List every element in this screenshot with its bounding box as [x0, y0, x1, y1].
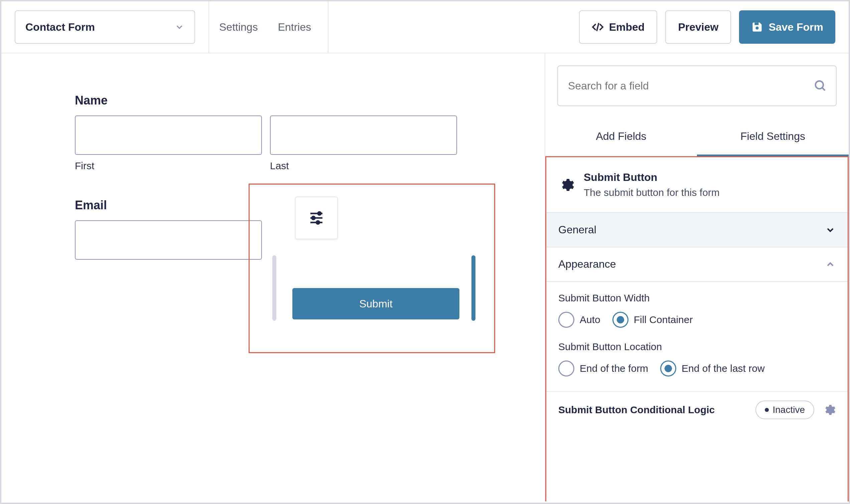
radio-width-fill[interactable]: Fill Container [612, 312, 693, 328]
save-label: Save Form [768, 21, 823, 33]
radio-width-auto[interactable]: Auto [558, 312, 601, 328]
preview-button[interactable]: Preview [665, 10, 731, 44]
radio-label: End of the last row [682, 363, 764, 374]
email-input[interactable] [75, 220, 262, 260]
preview-label: Preview [678, 21, 718, 33]
name-field[interactable]: Name First Last [75, 93, 511, 172]
sidebar: Add Fields Field Settings Submit Button … [544, 53, 849, 501]
code-icon [592, 21, 604, 33]
first-name-input[interactable] [75, 115, 262, 155]
field-header: Submit Button The submit button for this… [546, 157, 848, 212]
search-input[interactable] [557, 66, 837, 106]
gear-icon [558, 177, 574, 193]
submit-button-preview[interactable]: Submit [292, 288, 459, 320]
chevron-up-icon [825, 259, 836, 270]
radio-icon [558, 360, 574, 377]
svg-point-8 [316, 221, 319, 224]
status-dot-icon [765, 408, 769, 412]
svg-rect-1 [755, 23, 759, 25]
field-title: Submit Button [584, 171, 720, 184]
svg-point-9 [816, 81, 823, 89]
embed-button[interactable]: Embed [579, 10, 658, 44]
field-desc: The submit button for this form [584, 187, 720, 198]
radio-loc-endrow[interactable]: End of the last row [660, 360, 764, 377]
tab-field-settings[interactable]: Field Settings [697, 118, 849, 157]
svg-line-10 [822, 88, 825, 91]
svg-point-7 [312, 217, 315, 220]
radio-icon [558, 312, 574, 328]
section-general[interactable]: General [546, 213, 848, 247]
submit-label: Submit [359, 298, 393, 310]
email-field[interactable]: Email [75, 198, 262, 260]
field-settings-panel: Submit Button The submit button for this… [545, 156, 849, 501]
name-label: Name [75, 93, 511, 107]
resize-handle-right[interactable] [471, 255, 475, 321]
tab-settings[interactable]: Settings [208, 1, 268, 53]
sliders-icon [307, 209, 326, 227]
form-selector[interactable]: Contact Form [15, 10, 195, 44]
status-text: Inactive [773, 404, 805, 415]
section-appearance-label: Appearance [558, 258, 616, 270]
tab-add-fields[interactable]: Add Fields [545, 118, 697, 157]
radio-icon [660, 360, 676, 377]
first-sublabel: First [75, 160, 262, 172]
radio-label: Fill Container [634, 314, 693, 325]
save-icon [751, 21, 763, 33]
cond-label: Submit Button Conditional Logic [558, 404, 715, 416]
email-label: Email [75, 198, 262, 212]
save-button[interactable]: Save Form [739, 10, 835, 44]
top-nav: Settings Entries [208, 1, 328, 53]
form-name: Contact Form [25, 21, 95, 33]
width-label: Submit Button Width [558, 292, 836, 304]
svg-line-0 [597, 23, 599, 31]
gear-icon[interactable] [822, 403, 836, 417]
resize-handle-left[interactable] [272, 255, 276, 321]
conditional-logic-row: Submit Button Conditional Logic Inactive [546, 391, 848, 428]
section-general-label: General [558, 223, 596, 236]
topbar: Contact Form Settings Entries Embed Prev… [1, 1, 849, 53]
radio-label: End of the form [580, 363, 648, 374]
radio-label: Auto [580, 314, 601, 325]
embed-label: Embed [609, 21, 645, 33]
sidebar-tabs: Add Fields Field Settings [545, 118, 849, 157]
search-icon [813, 79, 827, 92]
svg-point-2 [756, 27, 759, 30]
form-canvas: Name First Last Email [1, 53, 544, 501]
tab-entries[interactable]: Entries [268, 1, 329, 53]
location-label: Submit Button Location [558, 341, 836, 353]
field-settings-toggle[interactable] [295, 197, 338, 239]
chevron-down-icon [174, 22, 185, 32]
appearance-body: Submit Button Width Auto Fill Container [546, 281, 848, 391]
last-sublabel: Last [270, 160, 457, 172]
top-actions: Embed Preview Save Form [579, 10, 849, 44]
status-badge: Inactive [756, 400, 815, 419]
radio-icon [612, 312, 628, 328]
submit-field-selected[interactable]: Submit [248, 184, 495, 353]
last-name-input[interactable] [270, 115, 457, 155]
radio-loc-endform[interactable]: End of the form [558, 360, 648, 377]
section-appearance[interactable]: Appearance [546, 247, 848, 281]
svg-point-6 [318, 212, 321, 215]
chevron-down-icon [825, 224, 836, 235]
